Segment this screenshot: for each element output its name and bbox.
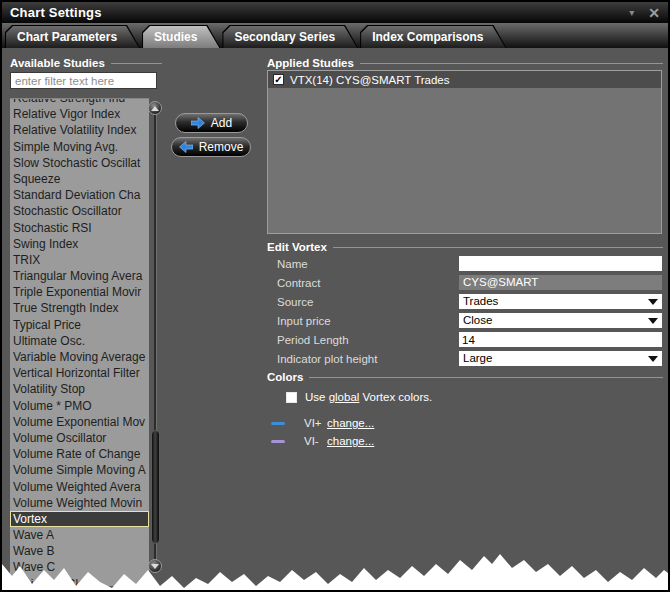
dropdown-arrow-icon: [648, 318, 658, 324]
list-item-volume-simple-moving-a[interactable]: Volume Simple Moving A: [10, 462, 149, 478]
selected-value: Close: [463, 313, 492, 328]
swatch-label: VI-: [304, 435, 324, 447]
list-item-stochastic-rsi[interactable]: Stochastic RSI: [10, 220, 149, 236]
color-swatch-vi: [271, 440, 285, 443]
scrollbar-thumb[interactable]: [151, 430, 160, 544]
list-item-vertical-horizontal-filter[interactable]: Vertical Horizontal Filter: [10, 365, 149, 381]
global-link[interactable]: global: [329, 391, 360, 403]
form-row-input-price: Input priceClose: [267, 311, 663, 330]
list-item-simple-moving-avg[interactable]: Simple Moving Avg.: [10, 139, 149, 155]
scrollbar-up-button[interactable]: [148, 101, 162, 115]
field-label-contract: Contract: [267, 277, 459, 289]
tab-chart-parameters[interactable]: Chart Parameters: [5, 25, 140, 48]
color-row-vi: VI-change...: [271, 432, 374, 450]
torn-edge: [2, 542, 670, 590]
edit-vortex-header: Edit Vortex: [267, 241, 663, 253]
colors-header: Colors: [267, 371, 663, 383]
field-label-period-length: Period Length: [267, 334, 459, 346]
change-color-link-vi[interactable]: change...: [327, 435, 374, 447]
list-item-true-strength-index[interactable]: True Strength Index: [10, 300, 149, 316]
tab-label: Studies: [143, 26, 219, 48]
window-menu-icon[interactable]: ▾: [629, 7, 634, 18]
tabstrip: Chart ParametersStudiesSecondary SeriesI…: [2, 23, 668, 48]
selected-value: Large: [463, 351, 492, 366]
list-item-volume-oscillator[interactable]: Volume Oscillator: [10, 430, 149, 446]
list-item-squeeze[interactable]: Squeeze: [10, 171, 149, 187]
list-item-relative-strength-ind[interactable]: Relative Strength Ind: [10, 98, 149, 106]
color-row-vi+: VI+change...: [271, 414, 374, 432]
list-item-volume-weighted-avera[interactable]: Volume Weighted Avera: [10, 479, 149, 495]
field-source[interactable]: Trades: [459, 294, 662, 309]
form-row-name: Name: [267, 254, 663, 273]
form-row-source: SourceTrades: [267, 292, 663, 311]
applied-study-checkbox[interactable]: ✓: [273, 74, 284, 85]
field-indicator-plot-height[interactable]: Large: [459, 351, 662, 366]
dropdown-arrow-icon: [648, 356, 658, 362]
window-title: Chart Settings: [10, 5, 102, 20]
tab-secondary-series[interactable]: Secondary Series: [222, 25, 358, 48]
vortex-color-rows: VI+change...VI-change...: [271, 414, 374, 450]
tab-label: Index Comparisons: [361, 26, 505, 48]
arrow-left-icon: [179, 141, 193, 153]
applied-studies-list: ✓VTX(14) CYS@SMART Trades: [267, 70, 662, 234]
edit-vortex-form: NameContractCYS@SMARTSourceTradesInput p…: [267, 254, 663, 368]
list-item-relative-volatility-index[interactable]: Relative Volatility Index: [10, 122, 149, 138]
tab-index-comparisons[interactable]: Index Comparisons: [360, 25, 506, 48]
filter-input[interactable]: [10, 72, 157, 89]
form-row-indicator-plot-height: Indicator plot heightLarge: [267, 349, 663, 368]
list-item-stochastic-oscillator[interactable]: Stochastic Oscillator: [10, 203, 149, 219]
available-studies-list: Relative Strength IndRelative Vigor Inde…: [10, 98, 149, 586]
list-item-swing-index[interactable]: Swing Index: [10, 236, 149, 252]
list-item-volume-weighted-movin[interactable]: Volume Weighted Movin: [10, 495, 149, 511]
selected-value: Trades: [463, 294, 498, 309]
applied-studies-header: Applied Studies: [267, 57, 663, 69]
change-color-link-vi+[interactable]: change...: [327, 417, 374, 429]
remove-button[interactable]: Remove: [171, 137, 251, 157]
chart-settings-dialog: Chart Settings ▾ ✕ Chart ParametersStudi…: [0, 0, 670, 592]
list-item-volume-rate-of-change[interactable]: Volume Rate of Change: [10, 446, 149, 462]
field-label-source: Source: [267, 296, 459, 308]
list-item-variable-moving-average[interactable]: Variable Moving Average: [10, 349, 149, 365]
up-arrow-icon: [151, 106, 159, 111]
list-item-typical-price[interactable]: Typical Price: [10, 317, 149, 333]
list-item-trix[interactable]: TRIX: [10, 252, 149, 268]
add-button[interactable]: Add: [175, 113, 248, 133]
list-item-vortex[interactable]: Vortex: [10, 511, 149, 527]
tab-studies[interactable]: Studies: [142, 25, 220, 48]
list-item-standard-deviation-cha[interactable]: Standard Deviation Cha: [10, 187, 149, 203]
list-item-ultimate-osc[interactable]: Ultimate Osc.: [10, 333, 149, 349]
field-period-length[interactable]: [459, 332, 662, 347]
titlebar[interactable]: Chart Settings ▾ ✕: [2, 2, 668, 23]
tab-label: Chart Parameters: [6, 26, 139, 48]
dropdown-arrow-icon: [648, 299, 658, 305]
list-item-volume-pmo[interactable]: Volume * PMO: [10, 398, 149, 414]
field-name[interactable]: [459, 256, 662, 271]
color-swatch-vi+: [271, 422, 285, 425]
use-global-label: Use global Vortex colors.: [305, 391, 432, 403]
list-item-triple-exponential-movir[interactable]: Triple Exponential Movir: [10, 284, 149, 300]
field-input-price[interactable]: Close: [459, 313, 662, 328]
list-item-triangular-moving-avera[interactable]: Triangular Moving Avera: [10, 268, 149, 284]
close-icon[interactable]: ✕: [648, 6, 660, 20]
use-global-checkbox[interactable]: [286, 392, 297, 403]
available-studies-header: Available Studies: [10, 57, 162, 69]
field-label-input-price: Input price: [267, 315, 459, 327]
list-item-volume-exponential-mov[interactable]: Volume Exponential Mov: [10, 414, 149, 430]
list-item-wave-a[interactable]: Wave A: [10, 527, 149, 543]
field-label-name: Name: [267, 258, 459, 270]
tab-label: Secondary Series: [223, 26, 357, 48]
field-label-indicator-plot-height: Indicator plot height: [267, 353, 459, 365]
use-global-colors-row: Use global Vortex colors.: [286, 390, 432, 404]
applied-study-label: VTX(14) CYS@SMART Trades: [290, 74, 450, 86]
list-item-slow-stochastic-oscillat[interactable]: Slow Stochastic Oscillat: [10, 155, 149, 171]
list-item-relative-vigor-index[interactable]: Relative Vigor Index: [10, 106, 149, 122]
arrow-right-icon: [191, 117, 205, 129]
field-contract: CYS@SMART: [459, 275, 662, 290]
applied-study-row[interactable]: ✓VTX(14) CYS@SMART Trades: [268, 71, 661, 88]
swatch-label: VI+: [304, 417, 324, 429]
form-row-contract: ContractCYS@SMART: [267, 273, 663, 292]
form-row-period-length: Period Length: [267, 330, 663, 349]
list-item-volatility-stop[interactable]: Volatility Stop: [10, 381, 149, 397]
